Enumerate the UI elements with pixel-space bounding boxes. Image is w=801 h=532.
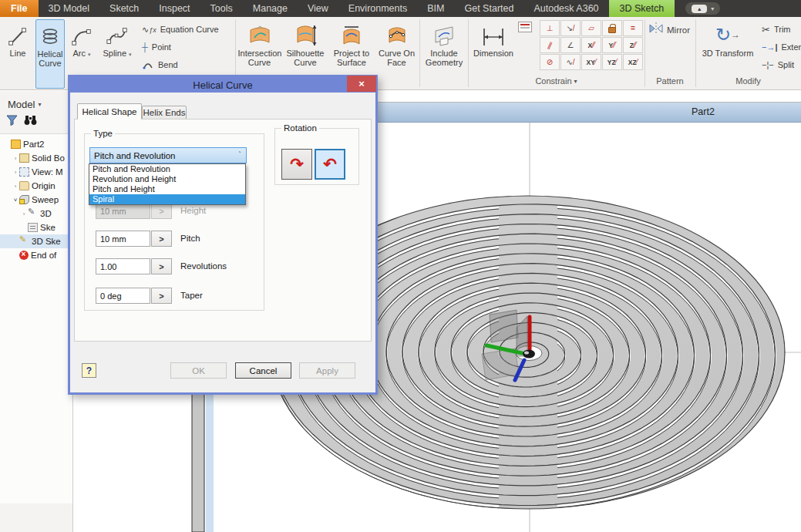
filter-icon[interactable]	[6, 115, 18, 129]
tree-expander-icon[interactable]: ˅	[12, 197, 19, 204]
line-button[interactable]: Line	[2, 19, 34, 89]
type-groupbox: Type Pitch and Revolution ˋ	[84, 133, 264, 311]
colinear-constraint-button[interactable]: ∠	[560, 37, 581, 53]
sketch3d-icon	[28, 209, 38, 218]
file-tab[interactable]: File	[0, 0, 39, 17]
model-panel-header[interactable]: Model ▾	[0, 91, 72, 113]
tree-expander-icon[interactable]: ›	[12, 183, 19, 190]
tree-item-solid-bo[interactable]: ›Solid Bo	[0, 151, 72, 165]
tree-item-label: Solid Bo	[32, 153, 65, 163]
taper-input[interactable]	[96, 288, 150, 304]
dropdown-option-revolution-and-height[interactable]: Revolution and Height	[89, 174, 245, 184]
dropdown-option-spiral[interactable]: Spiral	[89, 194, 245, 204]
bend-button[interactable]: Bend	[142, 58, 219, 72]
rotation-counterclockwise-button[interactable]: ↶	[315, 149, 345, 180]
tangent-constraint-button[interactable]: ⊘	[540, 54, 560, 70]
helical-curve-button[interactable]: Helical Curve	[35, 19, 65, 89]
smooth-constraint-button[interactable]: ▱	[581, 20, 601, 36]
spline-icon	[106, 21, 129, 49]
coincident-constraint-button[interactable]: ↘/	[560, 20, 581, 36]
solid-bodies-icon	[19, 153, 29, 163]
extend-button[interactable]: −→| Extend	[762, 40, 801, 54]
menu-item-tools[interactable]: Tools	[200, 0, 243, 17]
lock-constraint-button[interactable]	[602, 20, 622, 36]
tree-expander-icon[interactable]: ›	[12, 169, 19, 176]
search-binoculars-icon[interactable]	[24, 115, 37, 129]
constraint-settings-button[interactable]	[518, 22, 532, 32]
tree-item-label: 3D	[40, 209, 52, 218]
tree-item-part2[interactable]: Part2	[0, 137, 72, 151]
include-geometry-button[interactable]: Include Geometry	[422, 19, 466, 89]
yz-parallel-constraint-button[interactable]: YZ⁄	[602, 54, 622, 70]
dialog-body: Helical Shape Helix Ends Type Pitch and …	[70, 93, 375, 392]
y-parallel-constraint-button[interactable]: Y⁄⁄	[602, 37, 622, 53]
draw-small-stack: ∿ƒx Equation Curve ┼ Point Bend	[142, 22, 219, 72]
3d-transform-label: 3D Transform	[702, 49, 754, 58]
xz-parallel-constraint-button[interactable]: XZ⁄	[623, 54, 643, 70]
menu-item-get-started[interactable]: Get Started	[455, 0, 524, 17]
include-geometry-icon	[432, 21, 456, 49]
menu-item-autodesk-a360[interactable]: Autodesk A360	[523, 0, 608, 17]
menu-item-sketch[interactable]: Sketch	[99, 0, 149, 17]
tab-helix-ends[interactable]: Helix Ends	[142, 106, 187, 120]
tree-item-3d-ske[interactable]: 3D Ske	[0, 234, 72, 248]
menu-item-view[interactable]: View	[298, 0, 338, 17]
help-button[interactable]: ?	[82, 363, 96, 378]
taper-flyout-button[interactable]: >	[151, 288, 172, 304]
equal-constraint-button[interactable]: =	[623, 20, 643, 36]
model-tree: Part2›Solid Bo›View: M›Origin˅Sweep›3DSk…	[0, 133, 72, 503]
constrain-group-label[interactable]: Constrain ▾	[468, 74, 645, 88]
x-parallel-constraint-button[interactable]: X⁄⁄	[581, 37, 601, 53]
split-button[interactable]: −¦− Split	[762, 58, 801, 72]
project-to-surface-label: Project to Surface	[329, 49, 374, 67]
menu-item-manage[interactable]: Manage	[243, 0, 298, 17]
menu-item-inspect[interactable]: Inspect	[149, 0, 200, 17]
tab-3d-sketch[interactable]: 3D Sketch	[609, 0, 675, 17]
menu-item-bim[interactable]: BIM	[417, 0, 454, 17]
constraint-settings-icon	[520, 24, 530, 25]
type-dropdown[interactable]: Pitch and Revolution ˋ	[89, 147, 247, 163]
revolutions-input[interactable]	[96, 258, 150, 274]
revolutions-flyout-button[interactable]: >	[151, 258, 172, 274]
dialog-close-button[interactable]: ×	[347, 76, 376, 92]
xy-parallel-constraint-button[interactable]: XY⁄	[581, 54, 601, 70]
tree-item-origin[interactable]: ›Origin	[0, 179, 72, 193]
dropdown-option-pitch-and-height[interactable]: Pitch and Height	[89, 184, 245, 194]
perpendicular-constraint-button[interactable]: ⊥	[540, 20, 560, 36]
tree-item-view-m[interactable]: ›View: M	[0, 165, 72, 179]
equation-curve-icon: ∿ƒx	[142, 25, 156, 35]
menu-item-environments[interactable]: Environments	[338, 0, 417, 17]
ribbon-display-button[interactable]: ▲ ▾	[685, 2, 720, 15]
equation-curve-button[interactable]: ∿ƒx Equation Curve	[142, 22, 219, 36]
pitch-flyout-button[interactable]: >	[151, 231, 172, 247]
ok-button[interactable]: OK	[170, 362, 227, 379]
apply-button[interactable]: Apply	[299, 362, 355, 379]
pitch-input[interactable]	[96, 231, 150, 247]
z-parallel-constraint-button[interactable]: Z⁄⁄	[623, 37, 643, 53]
height-label: Height	[180, 206, 206, 215]
dropdown-option-pitch-and-revolution[interactable]: Pitch and Revolution	[89, 164, 245, 174]
tree-item-label: Sweep	[32, 195, 59, 204]
arc-icon	[70, 21, 93, 49]
bend-label: Bend	[158, 60, 178, 69]
tree-item-3d[interactable]: ›3D	[0, 207, 72, 221]
tree-item-ske[interactable]: Ske	[0, 221, 72, 234]
helical-curve-dialog[interactable]: Helical Curve × Helical Shape Helix Ends…	[68, 75, 378, 395]
counterclockwise-arrow-icon: ↶	[323, 155, 337, 173]
point-button[interactable]: ┼ Point	[142, 40, 219, 54]
cancel-button[interactable]: Cancel	[235, 362, 291, 379]
curve-on-face-button[interactable]: Curve On Face	[375, 19, 419, 89]
tree-item-sweep[interactable]: ˅Sweep	[0, 193, 72, 207]
rotation-clockwise-button[interactable]: ↷	[281, 149, 312, 180]
trim-button[interactable]: ✂ Trim	[762, 22, 801, 36]
dialog-title-bar[interactable]: Helical Curve ×	[70, 77, 375, 93]
tree-expander-icon[interactable]: ›	[20, 210, 28, 217]
curvature-constraint-button[interactable]: ∿/	[560, 54, 581, 70]
mirror-button[interactable]: Mirror	[649, 23, 690, 37]
menu-item-3d-model[interactable]: 3D Model	[39, 0, 100, 17]
tab-helical-shape[interactable]: Helical Shape	[77, 103, 142, 120]
tree-item-end-of[interactable]: End of	[0, 248, 72, 262]
chevron-down-icon: ˋ	[238, 150, 241, 160]
parallel-constraint-button[interactable]: ∥	[540, 37, 560, 53]
tree-expander-icon[interactable]: ›	[12, 155, 19, 162]
